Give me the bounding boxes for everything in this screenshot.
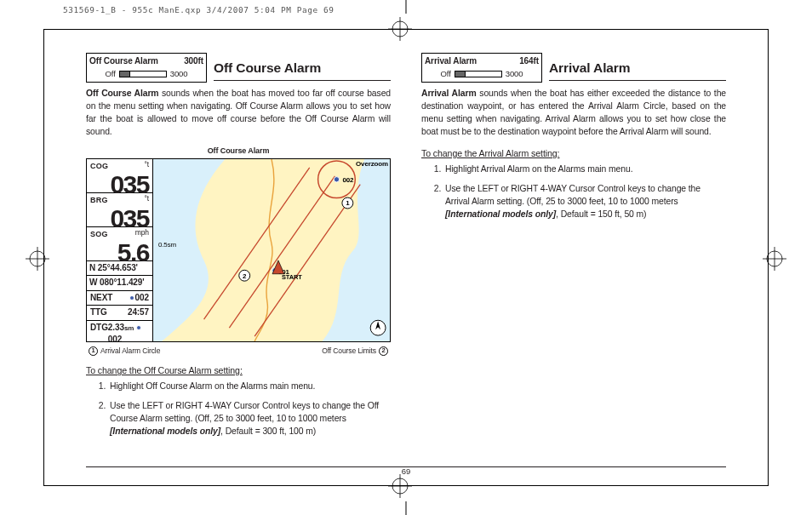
figure-off-course: Off Course Alarm COG °t 035 BRG °t 035: [86, 146, 391, 356]
waypoint-dot-icon: [129, 295, 134, 300]
svg-text:Overzoom: Overzoom: [356, 160, 388, 168]
crop-mark: [406, 0, 407, 14]
menu-preview-value: 164ft: [519, 55, 539, 67]
section-heading: Arrival Alarm: [549, 59, 726, 81]
menu-preview-arrival: Arrival Alarm 164ft Off 3000: [421, 53, 542, 83]
menu-preview-max-label: 3000: [170, 68, 188, 80]
menu-preview-value: 300ft: [184, 55, 203, 67]
figure-map: 002 001 1 2 Overzoom 0.5s: [153, 159, 390, 341]
menu-preview-title: Off Course Alarm: [89, 55, 158, 67]
svg-text:1: 1: [346, 199, 350, 207]
menu-preview-title: Arrival Alarm: [425, 55, 477, 67]
svg-text:START: START: [282, 273, 302, 281]
list-item: Highlight Arrival Alarm on the Alarms ma…: [443, 163, 726, 176]
menu-preview-off-label: Off: [106, 68, 116, 80]
right-column: Arrival Alarm 164ft Off 3000 Arrival Ala…: [421, 53, 726, 445]
print-header-tag: 531569-1_B - 955c ManE.qxp 3/4/2007 5:04…: [63, 4, 334, 16]
list-item: Highlight Off Course Alarm on the Alarms…: [108, 381, 391, 393]
page-number: 69: [0, 466, 812, 478]
figure-sidebar: COG °t 035 BRG °t 035 SOG mph 5.6: [87, 159, 153, 341]
figure-key-right: Off Course Limits2: [322, 346, 391, 356]
subhead: To change the Off Course Alarm setting:: [86, 364, 391, 377]
section-heading: Off Course Alarm: [214, 59, 391, 81]
svg-point-14: [334, 177, 339, 182]
menu-preview-off-course: Off Course Alarm 300ft Off 3000: [86, 53, 207, 83]
steps-list: Highlight Off Course Alarm on the Alarms…: [96, 381, 391, 438]
menu-preview-off-label: Off: [441, 68, 451, 80]
slider-icon: [119, 71, 167, 77]
callout-1-icon: 1: [89, 346, 98, 356]
lon-value: W 080°11.429': [87, 276, 152, 290]
lead-paragraph: Arrival Alarm sounds when the boat has e…: [421, 88, 726, 139]
crop-mark: [406, 501, 407, 515]
lead-paragraph: Off Course Alarm sounds when the boat ha…: [86, 88, 391, 139]
waypoint-dot-icon: [136, 325, 141, 330]
svg-text:002: 002: [342, 176, 354, 184]
menu-preview-max-label: 3000: [506, 68, 523, 80]
figure-caption: Off Course Alarm: [86, 146, 391, 157]
slider-icon: [455, 71, 502, 77]
page-content: Off Course Alarm 300ft Off 3000 Off Cour…: [86, 53, 726, 445]
steps-list: Highlight Arrival Alarm on the Alarms ma…: [432, 163, 726, 221]
list-item: Use the LEFT or RIGHT 4-WAY Cursor Contr…: [108, 400, 391, 438]
subhead: To change the Arrival Alarm setting:: [421, 147, 726, 160]
svg-text:0.5sm: 0.5sm: [158, 241, 177, 249]
left-column: Off Course Alarm 300ft Off 3000 Off Cour…: [86, 53, 391, 445]
figure-key-left: 1Arrival Alarm Circle: [86, 346, 160, 356]
svg-text:2: 2: [243, 272, 247, 280]
callout-2-icon: 2: [379, 346, 388, 356]
list-item: Use the LEFT or RIGHT 4-WAY Cursor Contr…: [443, 183, 726, 221]
